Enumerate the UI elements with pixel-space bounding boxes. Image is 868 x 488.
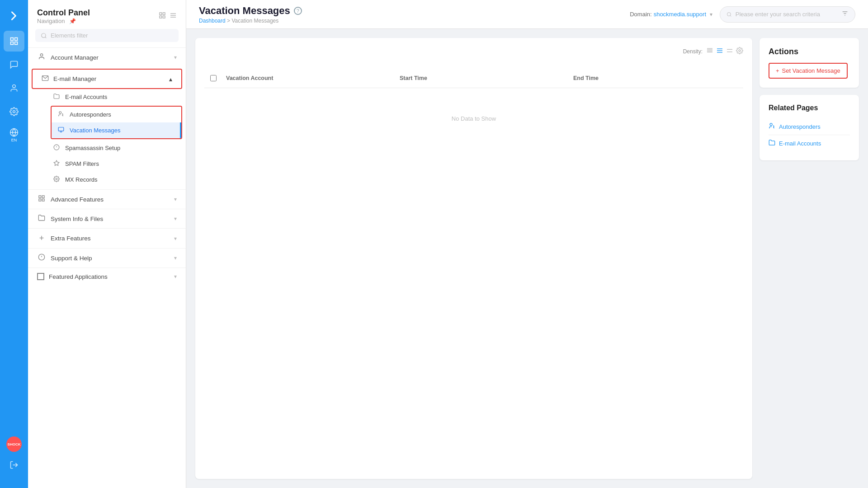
sidebar: Control Panel Navigation 📌 El — [28, 0, 186, 488]
related-pages-card: Related Pages Autoresponders — [760, 95, 859, 160]
top-bar: Vacation Messages ? Dashboard > Vacation… — [186, 0, 868, 29]
density-wide-icon[interactable] — [726, 47, 733, 56]
svg-point-51 — [770, 123, 772, 126]
density-settings-icon[interactable] — [736, 47, 743, 56]
svg-point-28 — [56, 178, 57, 180]
sidebar-item-email-manager[interactable]: E-mail Manager ▴ — [32, 69, 182, 89]
support-help-label: Support & Help — [51, 255, 92, 262]
chat-nav-icon[interactable] — [4, 54, 24, 75]
settings-nav-icon[interactable] — [4, 101, 24, 122]
related-pages-title: Related Pages — [769, 104, 850, 112]
breadcrumb: Dashboard > Vacation Messages — [199, 18, 302, 24]
sidebar-item-email-accounts[interactable]: E-mail Accounts — [30, 89, 184, 105]
svg-point-16 — [42, 33, 46, 37]
svg-point-36 — [727, 12, 731, 16]
sidebar-item-vacation-messages[interactable]: Vacation Messages — [52, 122, 181, 138]
svg-point-5 — [13, 111, 15, 113]
user-nav-icon[interactable] — [4, 78, 24, 99]
sidebar-item-account-manager[interactable]: Account Manager ▾ — [28, 48, 186, 67]
top-bar-right: Domain: shockmedia.support ▾ — [630, 6, 855, 23]
dashboard-nav-icon[interactable] — [4, 31, 24, 52]
table-header: Vacation Account Start Time End Time — [204, 69, 743, 88]
search-bar — [720, 6, 855, 23]
sidebar-item-mx-records[interactable]: MX Records — [30, 172, 184, 188]
avatar-label: SHOCK — [8, 442, 21, 446]
sidebar-item-spam-filters[interactable]: SPAM Filters — [30, 156, 184, 172]
svg-point-4 — [13, 85, 16, 88]
account-manager-label: Account Manager — [51, 54, 99, 61]
breadcrumb-current: Vacation Messages — [231, 18, 278, 24]
sidebar-item-extra-features[interactable]: + Extra Features ▾ — [28, 229, 186, 248]
density-label: Density: — [683, 48, 703, 55]
density-compact-icon[interactable] — [706, 47, 713, 56]
logout-icon[interactable] — [4, 455, 24, 475]
svg-rect-9 — [160, 13, 162, 15]
density-normal-icon[interactable] — [716, 47, 723, 56]
support-help-icon — [37, 253, 46, 263]
plus-icon: + — [776, 67, 779, 74]
globe-nav-icon[interactable]: EN — [4, 125, 24, 145]
svg-line-17 — [45, 37, 47, 38]
svg-rect-2 — [11, 42, 14, 45]
search-placeholder: Elements filter — [51, 32, 88, 39]
sidebar-header-icons — [159, 12, 177, 21]
section-account-manager: Account Manager ▾ — [28, 47, 186, 67]
advanced-features-icon — [37, 195, 46, 204]
info-icon[interactable]: ? — [294, 7, 302, 15]
section-featured-apps: Featured Applications ▾ — [28, 267, 186, 285]
top-bar-left: Vacation Messages ? Dashboard > Vacation… — [199, 5, 302, 24]
svg-rect-29 — [39, 196, 41, 198]
extra-features-label: Extra Features — [51, 235, 91, 242]
th-start-time: Start Time — [396, 73, 570, 83]
section-support-help: Support & Help ▾ — [28, 248, 186, 267]
logo-icon[interactable] — [4, 5, 24, 26]
email-accounts-rel-label: E-mail Accounts — [779, 140, 821, 147]
featured-apps-label: Featured Applications — [49, 273, 108, 280]
email-manager-icon — [42, 75, 49, 83]
select-all-checkbox[interactable] — [210, 75, 217, 81]
density-bar: Density: — [204, 47, 743, 61]
main-panel: Density: — [195, 38, 752, 479]
lang-label: EN — [11, 138, 17, 142]
no-data-message: No Data to Show — [204, 88, 743, 149]
svg-point-18 — [40, 54, 42, 56]
system-info-icon — [37, 214, 46, 223]
sidebar-item-system-info[interactable]: System Info & Files ▾ — [28, 209, 186, 228]
sidebar-item-autoresponders[interactable]: Autoresponders — [52, 107, 181, 122]
related-email-accounts[interactable]: E-mail Accounts — [769, 135, 850, 151]
related-autoresponders[interactable]: Autoresponders — [769, 118, 850, 135]
set-vacation-btn-label: Set Vacation Message — [782, 67, 840, 74]
svg-rect-11 — [160, 16, 162, 18]
sidebar-title: Control Panel — [37, 8, 90, 18]
sidebar-item-support-help[interactable]: Support & Help ▾ — [28, 249, 186, 267]
density-icons — [706, 47, 743, 56]
system-info-chevron: ▾ — [174, 216, 177, 222]
svg-rect-0 — [11, 38, 14, 41]
autoresponders-icon — [57, 111, 65, 118]
domain-selector[interactable]: Domain: shockmedia.support ▾ — [630, 11, 712, 18]
breadcrumb-dashboard[interactable]: Dashboard — [199, 18, 226, 24]
svg-point-50 — [739, 50, 741, 52]
sidebar-header: Control Panel Navigation 📌 — [28, 0, 186, 29]
sidebar-item-advanced-features[interactable]: Advanced Features ▾ — [28, 190, 186, 209]
grid-view-icon[interactable] — [159, 12, 166, 21]
email-accounts-rel-icon — [769, 139, 775, 147]
domain-value: shockmedia.support — [654, 11, 706, 18]
spamassassin-label: Spamassassin Setup — [65, 145, 120, 151]
svg-rect-21 — [58, 127, 64, 131]
search-input[interactable] — [736, 11, 838, 18]
featured-apps-chevron: ▾ — [174, 273, 177, 280]
sidebar-item-spamassassin[interactable]: Spamassassin Setup — [30, 140, 184, 156]
autoresponders-vacation-box: Autoresponders Vacation Messages — [51, 106, 182, 139]
sidebar-item-featured-apps[interactable]: Featured Applications ▾ — [28, 268, 186, 285]
email-accounts-label: E-mail Accounts — [65, 94, 107, 100]
autoresponders-rel-label: Autoresponders — [779, 123, 821, 130]
avatar[interactable]: SHOCK — [6, 436, 22, 452]
mx-records-label: MX Records — [65, 176, 98, 183]
list-view-icon[interactable] — [170, 12, 177, 21]
mx-records-icon — [52, 176, 61, 183]
account-manager-chevron: ▾ — [174, 54, 177, 61]
set-vacation-message-button[interactable]: + Set Vacation Message — [769, 63, 848, 79]
spamassassin-icon — [52, 144, 61, 152]
filter-icon[interactable] — [841, 10, 849, 19]
